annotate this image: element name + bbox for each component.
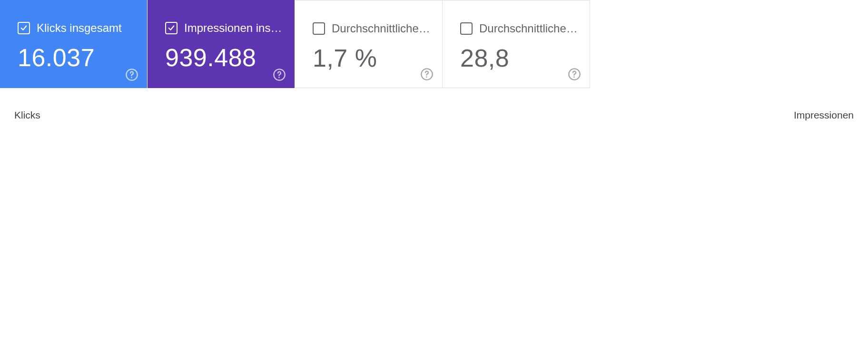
card-value: 28,8: [460, 44, 578, 72]
checkbox-unchecked-icon: [460, 22, 473, 35]
card-label: Durchschnittliche…: [479, 22, 578, 35]
svg-point-7: [573, 76, 575, 78]
help-icon[interactable]: [420, 68, 434, 81]
card-clicks[interactable]: Klicks insgesamt 16.037: [0, 0, 148, 88]
help-icon[interactable]: [125, 68, 138, 81]
card-label: Impressionen ins…: [184, 21, 282, 35]
svg-point-3: [278, 77, 280, 78]
checkbox-checked-icon: [18, 22, 30, 34]
line-chart[interactable]: [14, 109, 857, 281]
performance-chart: Klicks Impressionen: [0, 109, 868, 281]
card-ctr[interactable]: Durchschnittliche… 1,7 %: [295, 0, 443, 88]
help-icon[interactable]: [273, 68, 286, 81]
card-position[interactable]: Durchschnittliche… 28,8: [443, 0, 590, 88]
svg-point-5: [426, 76, 427, 78]
y-left-title: Klicks: [14, 109, 40, 121]
checkbox-unchecked-icon: [313, 22, 325, 35]
svg-point-1: [131, 77, 132, 78]
card-label: Klicks insgesamt: [37, 21, 122, 35]
card-impressions[interactable]: Impressionen ins… 939.488: [148, 0, 295, 88]
card-label: Durchschnittliche…: [332, 22, 430, 35]
card-value: 1,7 %: [313, 44, 431, 72]
y-right-title: Impressionen: [794, 109, 854, 121]
card-value: 16.037: [18, 43, 136, 72]
card-value: 939.488: [165, 43, 283, 72]
checkbox-checked-icon: [165, 22, 178, 34]
help-icon[interactable]: [568, 68, 581, 81]
